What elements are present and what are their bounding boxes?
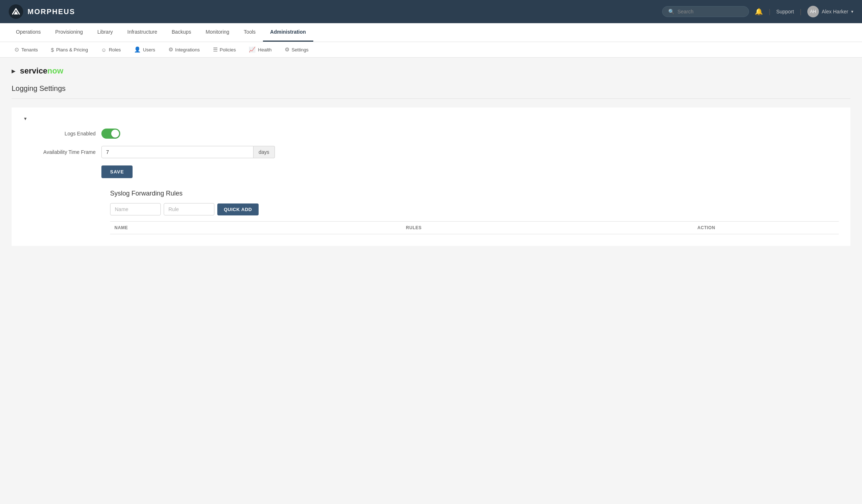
- sub-nav: ⊙ Tenants $ Plans & Pricing ☺ Roles 👤 Us…: [0, 42, 862, 58]
- search-icon: 🔍: [668, 9, 674, 14]
- servicenow-row: ▶ servicenow: [12, 66, 850, 76]
- nav-item-provisioning[interactable]: Provisioning: [48, 23, 90, 42]
- user-name: Alex Harker: [822, 9, 848, 14]
- days-suffix: days: [254, 146, 275, 158]
- logs-enabled-row: Logs Enabled: [23, 129, 839, 139]
- logo-text: MORPHEUS: [28, 8, 75, 16]
- servicenow-collapse-arrow[interactable]: ▶: [12, 68, 16, 74]
- table-header-row: NAME RULES ACTION: [110, 222, 839, 234]
- section-divider: [12, 98, 850, 99]
- settings-icon: ⚙: [285, 46, 289, 53]
- syslog-form: QUICK ADD: [110, 203, 839, 215]
- subnav-item-integrations[interactable]: ⚙ Integrations: [163, 42, 206, 57]
- nav-item-administration[interactable]: Administration: [263, 23, 313, 42]
- search-input[interactable]: [677, 9, 743, 14]
- save-button[interactable]: SAVE: [101, 165, 133, 178]
- topbar-right: 🔍 🔔 | Support | AH Alex Harker ▾: [662, 6, 853, 17]
- availability-input[interactable]: [101, 146, 254, 158]
- availability-input-group: days: [101, 146, 275, 158]
- subnav-label-roles: Roles: [109, 47, 121, 52]
- user-menu[interactable]: AH Alex Harker ▾: [807, 6, 853, 17]
- users-icon: 👤: [134, 46, 141, 53]
- logging-settings-card: ▼ Logs Enabled Availability Time Frame d…: [12, 108, 850, 246]
- notification-bell-icon[interactable]: 🔔: [755, 8, 763, 16]
- availability-time-frame-row: Availability Time Frame days: [23, 146, 839, 158]
- separator2: |: [800, 8, 802, 16]
- logging-collapse-triangle[interactable]: ▼: [23, 116, 839, 121]
- subnav-item-users[interactable]: 👤 Users: [128, 42, 161, 57]
- logs-enabled-toggle[interactable]: [101, 129, 120, 139]
- user-dropdown-icon: ▾: [851, 9, 853, 14]
- availability-label: Availability Time Frame: [23, 149, 96, 155]
- integrations-icon: ⚙: [168, 46, 173, 53]
- syslog-name-input[interactable]: [110, 203, 161, 215]
- logs-enabled-label: Logs Enabled: [23, 131, 96, 136]
- nav-item-library[interactable]: Library: [90, 23, 120, 42]
- nav-item-infrastructure[interactable]: Infrastructure: [120, 23, 164, 42]
- morpheus-logo-icon: [9, 4, 23, 19]
- plans-pricing-icon: $: [51, 47, 54, 53]
- subnav-label-settings: Settings: [292, 47, 309, 52]
- support-button[interactable]: Support: [776, 9, 794, 14]
- subnav-item-settings[interactable]: ⚙ Settings: [279, 42, 314, 57]
- roles-icon: ☺: [101, 47, 106, 53]
- separator: |: [769, 8, 770, 16]
- col-header-name: NAME: [110, 225, 402, 230]
- subnav-label-integrations: Integrations: [175, 47, 200, 52]
- subnav-label-users: Users: [143, 47, 155, 52]
- subnav-item-policies[interactable]: ☰ Policies: [207, 42, 242, 57]
- syslog-table: NAME RULES ACTION: [110, 221, 839, 234]
- subnav-item-tenants[interactable]: ⊙ Tenants: [9, 42, 44, 57]
- subnav-label-health: Health: [258, 47, 272, 52]
- topbar: MORPHEUS 🔍 🔔 | Support | AH Alex Harker …: [0, 0, 862, 23]
- toggle-thumb: [111, 130, 119, 138]
- syslog-title: Syslog Forwarding Rules: [110, 190, 839, 197]
- search-bar[interactable]: 🔍: [662, 6, 749, 17]
- subnav-label-tenants: Tenants: [21, 47, 38, 52]
- main-nav: Operations Provisioning Library Infrastr…: [0, 23, 862, 42]
- nav-item-monitoring[interactable]: Monitoring: [198, 23, 237, 42]
- subnav-item-roles[interactable]: ☺ Roles: [95, 42, 127, 57]
- tenants-icon: ⊙: [14, 46, 19, 53]
- syslog-rule-input[interactable]: [164, 203, 214, 215]
- nav-item-tools[interactable]: Tools: [237, 23, 263, 42]
- nav-item-backups[interactable]: Backups: [164, 23, 198, 42]
- policies-icon: ☰: [213, 46, 218, 53]
- toggle-track: [101, 129, 120, 139]
- col-header-action: ACTION: [693, 225, 839, 230]
- col-header-rules: RULES: [402, 225, 693, 230]
- subnav-item-health[interactable]: 📈 Health: [243, 42, 277, 57]
- content-area: ▶ servicenow Logging Settings ▼ Logs Ena…: [0, 58, 862, 504]
- subnav-label-plans-pricing: Plans & Pricing: [56, 47, 88, 52]
- avatar: AH: [807, 6, 819, 17]
- subnav-label-policies: Policies: [220, 47, 236, 52]
- quick-add-button[interactable]: QUICK ADD: [217, 203, 259, 215]
- health-icon: 📈: [249, 46, 256, 53]
- nav-item-operations[interactable]: Operations: [9, 23, 48, 42]
- servicenow-text-now: now: [47, 66, 63, 75]
- syslog-section: Syslog Forwarding Rules QUICK ADD NAME R…: [23, 190, 839, 234]
- logo-area: MORPHEUS: [9, 4, 75, 19]
- servicenow-text-service: service: [20, 66, 47, 75]
- logging-settings-title: Logging Settings: [12, 84, 850, 93]
- subnav-item-plans-pricing[interactable]: $ Plans & Pricing: [45, 42, 94, 57]
- servicenow-logo: servicenow: [20, 66, 63, 76]
